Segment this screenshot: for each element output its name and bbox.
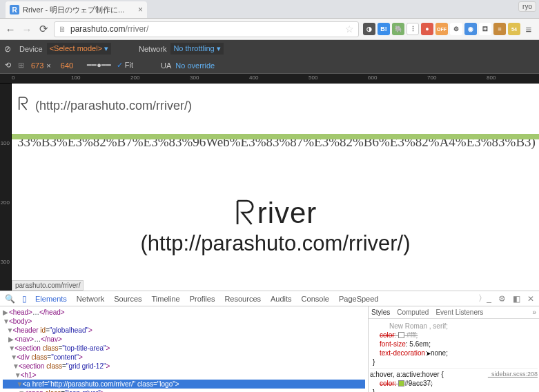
browser-tabstrip: R Rriver - 明日のウェブ制作に... × ryo — [0, 0, 539, 19]
zoom-slider[interactable]: ━━●━━ — [87, 61, 111, 70]
rriver-r-icon — [17, 96, 30, 115]
ua-value[interactable]: No override — [175, 61, 215, 70]
css-source-link[interactable]: _sidebar.scss:208 — [488, 370, 538, 379]
dom-node-selected[interactable]: ▼<a href="http://parashuto.com/rriver/" … — [3, 380, 365, 389]
ext-icon[interactable]: ● — [421, 23, 433, 35]
ext-icon[interactable]: ◑ — [363, 23, 375, 35]
ext-icon[interactable]: ⚙ — [450, 23, 462, 35]
ext-icon[interactable]: B! — [378, 23, 390, 35]
ext-icon[interactable]: ≡ — [493, 23, 506, 35]
inspect-icon[interactable]: 🔍 — [1, 294, 19, 304]
viewport-height[interactable]: 640 — [61, 61, 73, 70]
inspect-highlight — [12, 134, 539, 139]
styles-rules[interactable]: New Roman , serif; color: #fff; font-siz… — [369, 319, 539, 392]
dom-node[interactable]: ▼<span class="icon-rriver"> — [3, 389, 365, 392]
dom-node[interactable]: ▼<div class="content"> — [3, 353, 365, 362]
favicon: R — [10, 5, 19, 14]
dom-node[interactable]: ▼<section class="top-title-area"> — [3, 344, 365, 353]
extensions-area: ◑ B! 🐘 ⋮ ● OFF ⚙ ◉ ⚃ ≡ 54 ≡ — [363, 23, 535, 35]
settings-icon[interactable]: ⚙ — [495, 294, 509, 304]
viewport-width[interactable]: 673 — [31, 61, 43, 70]
dom-node[interactable]: ▼<h1> — [3, 371, 365, 380]
dock-icon[interactable]: ◧ — [509, 294, 524, 304]
big-url: (http://parashuto.com/rriver/) — [17, 231, 533, 256]
big-brand: river — [17, 197, 533, 230]
network-select[interactable]: No throttling▾ — [170, 43, 223, 55]
dom-node[interactable]: ▶<head>…</head> — [3, 308, 365, 317]
ext-icon[interactable]: OFF — [435, 23, 448, 35]
ext-icon[interactable]: ⋮ — [406, 23, 419, 35]
ruler-vertical: 100 200 300 — [0, 84, 12, 291]
dom-node[interactable]: ▼<section class="grid grid-12"> — [3, 362, 365, 371]
reload-button[interactable]: ⟳ — [37, 23, 50, 35]
devtools-panel: 🔍 ▯ Elements Network Sources Timeline Pr… — [0, 291, 539, 392]
css-value: New Roman , serif; — [370, 322, 538, 331]
forward-button[interactable]: → — [21, 23, 33, 35]
tab-network[interactable]: Network — [72, 291, 109, 306]
site-logo-url: (http://parashuto.com/rriver/) — [35, 99, 192, 113]
tab-sources[interactable]: Sources — [109, 291, 146, 306]
dom-tree[interactable]: ▶<head>…</head> ▼<body> ▼<header id="glo… — [0, 306, 368, 392]
devtools-device-bar: ⊘ Device <Select model>▾ Network No thro… — [0, 40, 539, 57]
css-prop[interactable]: font-size: 5.6em; — [370, 340, 538, 349]
devtools-tabs: 🔍 ▯ Elements Network Sources Timeline Pr… — [0, 291, 539, 306]
tab-elements[interactable]: Elements — [30, 291, 72, 306]
device-close-icon[interactable]: ⊘ — [0, 44, 15, 54]
url-domain: parashuto.com — [70, 24, 125, 34]
dims-x: × — [46, 61, 50, 70]
ua-label: UA — [161, 61, 171, 70]
tab-timeline[interactable]: Timeline — [147, 291, 185, 306]
device-label: Device — [19, 45, 43, 53]
back-button[interactable]: ← — [4, 23, 17, 35]
dom-node[interactable]: ▶<nav>…</nav> — [3, 335, 365, 344]
close-icon[interactable]: × — [138, 5, 143, 14]
tab-resources[interactable]: Resources — [219, 291, 266, 306]
styles-tab-computed[interactable]: Computed — [397, 308, 429, 316]
tab-title: Rriver - 明日のウェブ制作に... — [23, 5, 135, 15]
ruler-horizontal: 0 100 200 300 400 500 600 700 800 — [0, 74, 539, 84]
page-viewport[interactable]: (http://parashuto.com/rriver/) 33%B3%E3%… — [12, 84, 539, 291]
page-icon: 🗎 — [59, 25, 66, 33]
tab-profiles[interactable]: Profiles — [185, 291, 220, 306]
styles-pane: Styles Computed Event Listeners » New Ro… — [368, 306, 539, 392]
ext-icon[interactable]: ◉ — [464, 23, 477, 35]
css-selector[interactable]: a:hover, a:active:hover { — [370, 371, 444, 378]
browser-toolbar: ← → ⟳ 🗎 parashuto.com/rriver/ ☆ ◑ B! 🐘 ⋮… — [0, 19, 539, 40]
network-label: Network — [139, 45, 166, 53]
styles-tabs: Styles Computed Event Listeners » — [369, 306, 539, 319]
tab-console[interactable]: Console — [297, 291, 334, 306]
drawer-icon[interactable]: 〉_ — [475, 293, 495, 304]
styles-tab-styles[interactable]: Styles — [371, 308, 390, 316]
device-mode-icon[interactable]: ▯ — [19, 294, 30, 304]
site-logo[interactable]: (http://parashuto.com/rriver/) — [17, 96, 533, 115]
big-logo[interactable]: river (http://parashuto.com/rriver/) — [17, 197, 533, 256]
css-prop[interactable]: color: #9acc37; — [370, 379, 538, 388]
bookmark-star-icon[interactable]: ☆ — [345, 23, 354, 35]
omnibox[interactable]: 🗎 parashuto.com/rriver/ ☆ — [54, 21, 359, 37]
rotate-icon[interactable]: ⟲ — [0, 61, 15, 70]
chrome-menu-icon[interactable]: ≡ — [522, 23, 535, 35]
tab-audits[interactable]: Audits — [266, 291, 297, 306]
fit-toggle[interactable]: ✓Fit — [117, 61, 133, 70]
devtools-device-bar-2: ⟲ ⊞ 673 × 640 ━━●━━ ✓Fit UA No override — [0, 57, 539, 74]
tab-pagespeed[interactable]: PageSpeed — [334, 291, 384, 306]
styles-tab-events[interactable]: Event Listeners — [435, 308, 483, 316]
ext-icon[interactable]: ⚃ — [479, 23, 491, 35]
browser-tab[interactable]: R Rriver - 明日のウェブ制作に... × — [6, 1, 147, 18]
ext-icon[interactable]: 🐘 — [392, 23, 404, 35]
css-prop[interactable]: color: #fff; — [370, 331, 538, 340]
css-prop[interactable]: text-decoration:▸none; — [370, 349, 538, 357]
page-content: (http://parashuto.com/rriver/) 33%B3%E3%… — [12, 84, 539, 268]
close-devtools-icon[interactable]: ✕ — [524, 294, 538, 304]
profile-badge[interactable]: ryo — [518, 1, 536, 12]
device-select[interactable]: <Select model>▾ — [47, 43, 111, 55]
url-path: /rriver/ — [125, 24, 148, 34]
dom-node[interactable]: ▼<header id="globalhead"> — [3, 326, 365, 335]
ext-icon[interactable]: 54 — [508, 23, 520, 35]
dom-node[interactable]: ▼<body> — [3, 317, 365, 326]
status-bar-url: parashuto.com/rriver/ — [12, 280, 84, 291]
